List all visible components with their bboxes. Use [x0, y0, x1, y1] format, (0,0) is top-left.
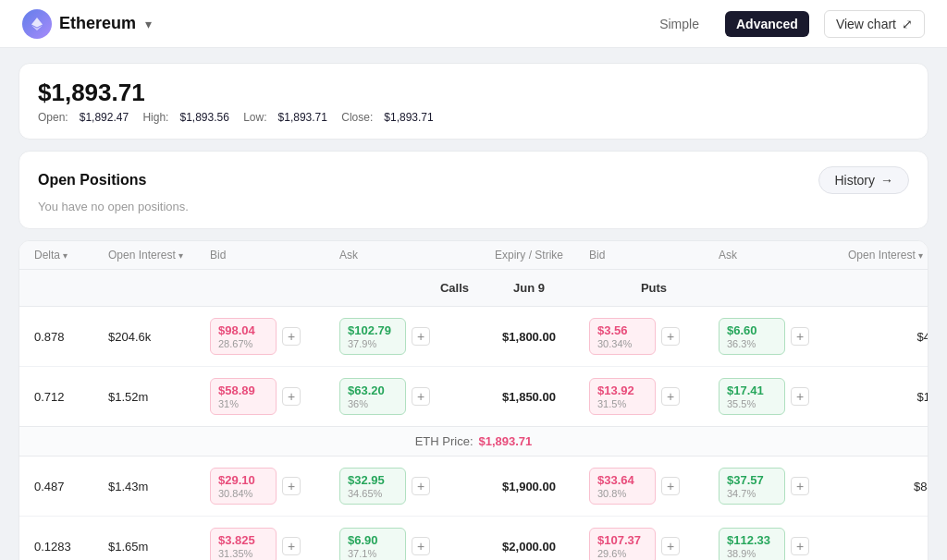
- open-interest-right: $84.8k: [848, 480, 929, 493]
- ask-plus-button[interactable]: +: [412, 537, 430, 555]
- table-row: 0.712 $1.52m $58.89 31% + $63.20: [19, 367, 928, 426]
- delta-left: 0.1283: [34, 540, 108, 554]
- table-row: 0.878 $204.6k $98.04 28.67% + $102.79: [19, 307, 928, 367]
- sort-icon: ▾: [63, 250, 68, 261]
- open-interest-right: $124k: [848, 390, 929, 404]
- put-ask-plus-button[interactable]: +: [791, 477, 809, 495]
- ask-plus-button[interactable]: +: [412, 477, 430, 495]
- strike-price: $1,800.00: [469, 330, 589, 344]
- open-interest-left: $1.52m: [108, 390, 210, 404]
- put-ask-plus-button[interactable]: +: [791, 387, 809, 406]
- column-headers: Delta ▾ Open Interest ▾ Bid Ask Expiry /…: [19, 241, 928, 270]
- call-ask: $63.20 36% +: [339, 378, 469, 415]
- positions-empty-text: You have no open positions.: [38, 200, 909, 213]
- col-bid-right: Bid: [589, 249, 719, 262]
- col-bid-left: Bid: [210, 249, 339, 262]
- bid-plus-button[interactable]: +: [282, 387, 301, 406]
- table-row: 0.1283 $1.65m $3.825 31.35% + $6.90: [19, 517, 928, 560]
- strike-price: $2,000.00: [469, 540, 589, 554]
- open-label: Open:: [38, 111, 68, 124]
- put-bid: $3.56 30.34% +: [589, 318, 719, 355]
- col-ask-left: Ask: [339, 249, 469, 262]
- put-ask: $17.41 35.5% +: [719, 378, 848, 415]
- high-value: $1,893.56: [179, 111, 228, 124]
- put-ask-plus-button[interactable]: +: [791, 327, 809, 346]
- expand-icon: ⤢: [902, 17, 913, 31]
- open-interest-left: $1.43m: [108, 480, 210, 493]
- put-bid: $13.92 31.5% +: [589, 378, 719, 415]
- close-label: Close:: [341, 111, 373, 124]
- simple-nav-button[interactable]: Simple: [648, 11, 710, 37]
- history-button[interactable]: History →: [818, 166, 909, 194]
- bid-plus-button[interactable]: +: [282, 327, 301, 346]
- header-left: Ethereum ▾: [22, 9, 152, 39]
- calls-label: Calls: [339, 281, 469, 295]
- sort-icon: ▾: [918, 250, 923, 261]
- app-header: Ethereum ▾ Simple Advanced View chart ⤢: [0, 0, 947, 48]
- col-delta-left: Delta ▾: [34, 249, 108, 262]
- strike-price: $1,900.00: [469, 480, 589, 493]
- col-ask-right: Ask: [719, 249, 848, 262]
- positions-card: Open Positions History → You have no ope…: [18, 151, 929, 229]
- positions-title: Open Positions: [38, 172, 146, 189]
- ask-plus-button[interactable]: +: [412, 387, 430, 406]
- eth-chevron-icon[interactable]: ▾: [145, 17, 152, 31]
- put-bid: $107.37 29.6% +: [589, 528, 719, 560]
- eth-title: Ethereum: [59, 14, 136, 33]
- eth-price-separator: ETH Price: $1,893.71: [19, 426, 928, 457]
- open-interest-left: $1.65m: [108, 540, 210, 554]
- col-expiry-strike: Expiry / Strike: [469, 249, 589, 262]
- low-value: $1,893.71: [278, 111, 327, 124]
- call-ask: $6.90 37.1% +: [339, 528, 469, 560]
- open-value: $1,892.47: [80, 111, 129, 124]
- header-right: Simple Advanced View chart ⤢: [648, 10, 925, 38]
- view-chart-button[interactable]: View chart ⤢: [824, 10, 925, 38]
- table-row: 0.487 $1.43m $29.10 30.84% + $32.95: [19, 457, 928, 517]
- jun9-rows-below: 0.487 $1.43m $29.10 30.84% + $32.95: [19, 457, 928, 560]
- put-ask: $112.33 38.9% +: [719, 528, 848, 560]
- put-bid-plus-button[interactable]: +: [661, 387, 680, 406]
- put-bid: $33.64 30.8% +: [589, 468, 719, 505]
- open-interest-right: $462k: [848, 330, 929, 344]
- current-price: $1,893.71: [38, 79, 909, 107]
- jun9-rows-above: 0.878 $204.6k $98.04 28.67% + $102.79: [19, 307, 928, 426]
- col-open-interest-right: Open Interest ▾: [848, 249, 929, 262]
- bid-plus-button[interactable]: +: [282, 477, 301, 495]
- delta-left: 0.878: [34, 330, 108, 344]
- call-ask: $102.79 37.9% +: [339, 318, 469, 355]
- put-bid-plus-button[interactable]: +: [661, 327, 680, 346]
- jun9-section-header: Calls Jun 9 Puts ∧: [19, 270, 928, 307]
- call-bid: $98.04 28.67% +: [210, 318, 339, 355]
- open-interest-right: $0: [848, 540, 929, 554]
- options-table: Delta ▾ Open Interest ▾ Bid Ask Expiry /…: [18, 240, 929, 560]
- advanced-nav-button[interactable]: Advanced: [725, 11, 809, 37]
- jun9-date: Jun 9: [469, 281, 589, 295]
- puts-label: Puts: [589, 281, 719, 295]
- close-value: $1,893.71: [384, 111, 433, 124]
- put-bid-plus-button[interactable]: +: [661, 537, 680, 555]
- call-bid: $58.89 31% +: [210, 378, 339, 415]
- bid-plus-button[interactable]: +: [282, 537, 301, 555]
- open-interest-left: $204.6k: [108, 330, 210, 344]
- main-content: $1,893.71 Open:$1,892.47 High:$1,893.56 …: [0, 48, 947, 560]
- positions-header: Open Positions History →: [38, 166, 909, 194]
- high-label: High:: [142, 111, 168, 124]
- put-ask: $6.60 36.3% +: [719, 318, 848, 355]
- history-arrow-icon: →: [880, 173, 893, 188]
- sort-icon: ▾: [178, 250, 183, 261]
- strike-price: $1,850.00: [469, 390, 589, 404]
- put-ask-plus-button[interactable]: +: [791, 537, 809, 555]
- low-label: Low:: [243, 111, 266, 124]
- col-open-interest-left: Open Interest ▾: [108, 249, 210, 262]
- put-bid-plus-button[interactable]: +: [661, 477, 680, 495]
- delta-left: 0.487: [34, 480, 108, 493]
- put-ask: $37.57 34.7% +: [719, 468, 848, 505]
- eth-logo: [22, 9, 52, 39]
- price-card: $1,893.71 Open:$1,892.47 High:$1,893.56 …: [18, 63, 929, 140]
- call-bid: $3.825 31.35% +: [210, 528, 339, 560]
- ask-plus-button[interactable]: +: [412, 327, 430, 346]
- delta-left: 0.712: [34, 390, 108, 404]
- call-bid: $29.10 30.84% +: [210, 468, 339, 505]
- call-ask: $32.95 34.65% +: [339, 468, 469, 505]
- price-details: Open:$1,892.47 High:$1,893.56 Low:$1,893…: [38, 111, 909, 124]
